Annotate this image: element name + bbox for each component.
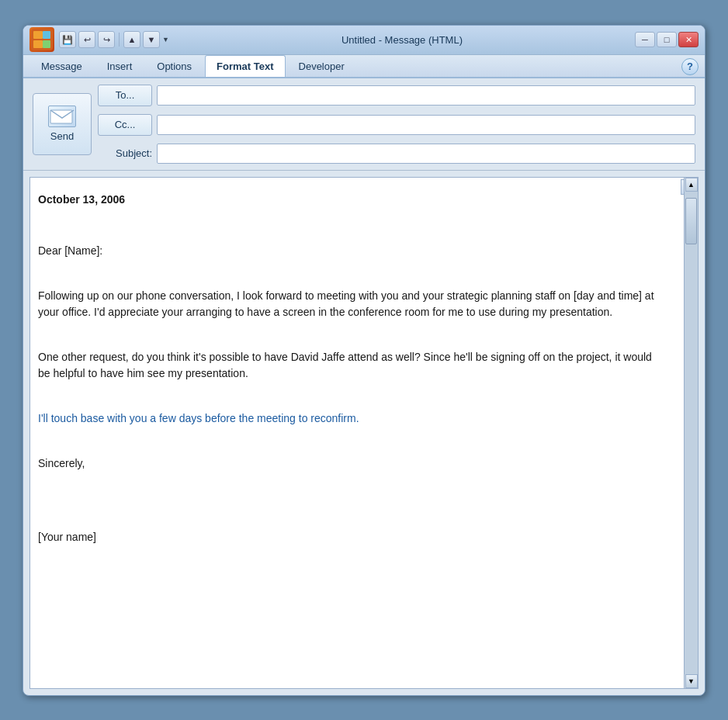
subject-field[interactable] — [157, 144, 695, 164]
subject-row: Subject: — [98, 144, 695, 164]
tab-format-text[interactable]: Format Text — [205, 55, 285, 77]
office-logo — [29, 27, 54, 52]
svg-rect-4 — [43, 40, 50, 48]
send-label: Send — [50, 130, 74, 142]
outlook-window: 💾 ↩ ↪ ▲ ▼ ▼ Untitled - Message (HTML) ─ … — [23, 25, 705, 696]
separator — [119, 33, 120, 47]
email-date: October 13, 2006 — [38, 192, 667, 208]
email-body-area: ⊞ October 13, 2006 Dear [Name]: Followin… — [29, 177, 699, 689]
svg-rect-2 — [33, 40, 43, 48]
email-salutation: Dear [Name]: — [38, 243, 667, 259]
dropdown-arrow-icon[interactable]: ▼ — [162, 36, 169, 43]
scroll-up-button[interactable]: ▲ — [685, 178, 698, 192]
cc-field[interactable] — [157, 115, 695, 135]
tab-options[interactable]: Options — [145, 55, 203, 77]
quick-access-toolbar: 💾 ↩ ↪ ▲ ▼ ▼ — [59, 31, 169, 48]
up-button[interactable]: ▲ — [123, 31, 140, 48]
send-button[interactable]: Send — [33, 93, 92, 155]
send-icon — [48, 106, 76, 127]
scroll-thumb[interactable] — [685, 198, 697, 244]
title-bar: 💾 ↩ ↪ ▲ ▼ ▼ Untitled - Message (HTML) ─ … — [23, 26, 705, 55]
svg-rect-3 — [43, 31, 50, 39]
down-button[interactable]: ▼ — [143, 31, 160, 48]
window-title: Untitled - Message (HTML) — [174, 34, 630, 46]
cc-button[interactable]: Cc... — [98, 114, 152, 136]
email-para-2: One other request, do you think it's pos… — [38, 349, 667, 382]
save-button[interactable]: 💾 — [59, 31, 76, 48]
maximize-button[interactable]: □ — [657, 32, 677, 47]
cc-row: Cc... — [98, 114, 695, 136]
help-button[interactable]: ? — [681, 58, 699, 75]
scrollbar: ▲ ▼ — [684, 178, 698, 688]
svg-rect-1 — [33, 31, 43, 39]
compose-header: Send To... Cc... Subject: — [23, 78, 705, 171]
close-button[interactable]: ✕ — [678, 32, 699, 47]
window-controls: ─ □ ✕ — [635, 32, 699, 47]
email-content[interactable]: October 13, 2006 Dear [Name]: Following … — [30, 178, 684, 559]
to-row: To... — [98, 85, 695, 106]
scroll-down-button[interactable]: ▼ — [685, 674, 698, 688]
scroll-track[interactable] — [685, 192, 698, 674]
email-signature: [Your name] — [38, 529, 667, 545]
ribbon-tabs: Message Insert Options Format Text Devel… — [23, 55, 705, 78]
tab-developer[interactable]: Developer — [287, 55, 356, 77]
tab-message[interactable]: Message — [29, 55, 94, 77]
minimize-button[interactable]: ─ — [635, 32, 655, 47]
tab-insert[interactable]: Insert — [95, 55, 144, 77]
undo-button[interactable]: ↩ — [78, 31, 95, 48]
redo-button[interactable]: ↪ — [98, 31, 115, 48]
email-para-3: I'll touch base with you a few days befo… — [38, 410, 667, 427]
subject-label: Subject: — [98, 147, 152, 159]
email-closing: Sincerely, — [38, 455, 667, 472]
to-button[interactable]: To... — [98, 85, 152, 106]
address-fields: To... Cc... Subject: — [98, 85, 695, 164]
send-btn-container: Send — [33, 85, 92, 164]
email-para-1: Following up on our phone conversation, … — [38, 288, 667, 320]
to-field[interactable] — [157, 85, 695, 106]
